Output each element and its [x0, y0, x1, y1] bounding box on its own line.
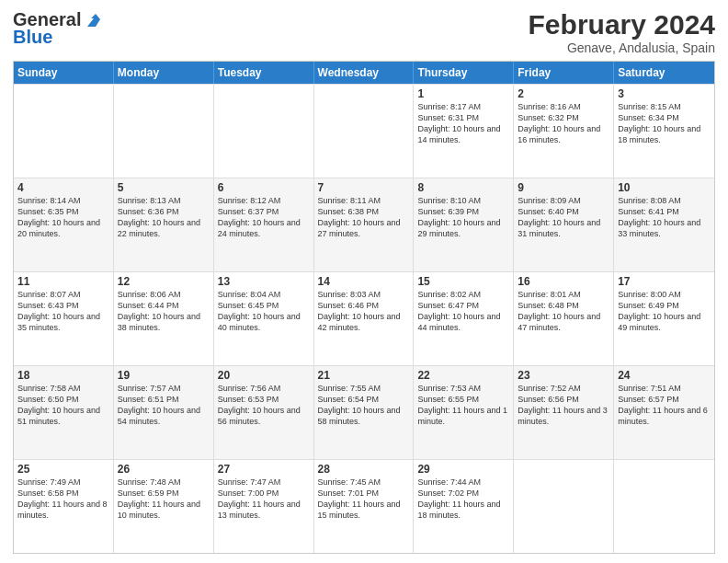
day-number: 6 [218, 181, 310, 194]
day-number: 15 [417, 275, 509, 288]
calendar-cell: 22Sunrise: 7:53 AM Sunset: 6:55 PM Dayli… [414, 366, 514, 459]
calendar-cell: 2Sunrise: 8:16 AM Sunset: 6:32 PM Daylig… [514, 85, 614, 178]
cell-info: Sunrise: 8:09 AM Sunset: 6:40 PM Dayligh… [518, 195, 609, 240]
cell-info: Sunrise: 8:17 AM Sunset: 6:31 PM Dayligh… [417, 101, 509, 146]
day-number: 13 [218, 275, 310, 288]
calendar-header-cell: Sunday [14, 62, 114, 84]
calendar-cell [114, 85, 214, 178]
day-number: 23 [518, 369, 609, 382]
logo-blue: Blue [13, 27, 52, 48]
calendar-cell: 15Sunrise: 8:02 AM Sunset: 6:47 PM Dayli… [414, 272, 514, 365]
day-number: 9 [518, 181, 609, 194]
calendar-cell: 25Sunrise: 7:49 AM Sunset: 6:58 PM Dayli… [14, 460, 114, 553]
day-number: 21 [318, 369, 410, 382]
calendar-header-cell: Saturday [614, 62, 714, 84]
cell-info: Sunrise: 8:04 AM Sunset: 6:45 PM Dayligh… [218, 289, 310, 334]
calendar-cell: 8Sunrise: 8:10 AM Sunset: 6:39 PM Daylig… [414, 178, 514, 271]
calendar-cell: 12Sunrise: 8:06 AM Sunset: 6:44 PM Dayli… [114, 272, 214, 365]
day-number: 16 [518, 275, 609, 288]
title-area: February 2024 Genave, Andalusia, Spain [529, 9, 715, 55]
calendar-cell: 21Sunrise: 7:55 AM Sunset: 6:54 PM Dayli… [314, 366, 415, 459]
calendar-row: 25Sunrise: 7:49 AM Sunset: 6:58 PM Dayli… [14, 459, 714, 553]
day-number: 26 [118, 463, 210, 476]
cell-info: Sunrise: 8:10 AM Sunset: 6:39 PM Dayligh… [417, 195, 509, 240]
day-number: 18 [17, 369, 109, 382]
cell-info: Sunrise: 8:01 AM Sunset: 6:48 PM Dayligh… [518, 289, 609, 334]
day-number: 17 [618, 275, 711, 288]
calendar-cell: 27Sunrise: 7:47 AM Sunset: 7:00 PM Dayli… [214, 460, 314, 553]
cell-info: Sunrise: 8:11 AM Sunset: 6:38 PM Dayligh… [318, 195, 410, 240]
calendar-header-cell: Monday [114, 62, 214, 84]
day-number: 10 [618, 181, 711, 194]
calendar-cell: 10Sunrise: 8:08 AM Sunset: 6:41 PM Dayli… [614, 178, 714, 271]
calendar-row: 18Sunrise: 7:58 AM Sunset: 6:50 PM Dayli… [14, 365, 714, 459]
cell-info: Sunrise: 7:52 AM Sunset: 6:56 PM Dayligh… [518, 383, 609, 428]
calendar-cell [514, 460, 614, 553]
calendar-cell: 7Sunrise: 8:11 AM Sunset: 6:38 PM Daylig… [314, 178, 415, 271]
calendar-header: SundayMondayTuesdayWednesdayThursdayFrid… [14, 62, 714, 84]
logo: General Blue [13, 9, 103, 48]
cell-info: Sunrise: 8:13 AM Sunset: 6:36 PM Dayligh… [118, 195, 210, 240]
calendar-row: 1Sunrise: 8:17 AM Sunset: 6:31 PM Daylig… [14, 84, 714, 178]
calendar-cell: 20Sunrise: 7:56 AM Sunset: 6:53 PM Dayli… [214, 366, 314, 459]
cell-info: Sunrise: 8:08 AM Sunset: 6:41 PM Dayligh… [618, 195, 711, 240]
cell-info: Sunrise: 7:56 AM Sunset: 6:53 PM Dayligh… [218, 383, 310, 428]
day-number: 1 [417, 87, 509, 100]
calendar-cell: 18Sunrise: 7:58 AM Sunset: 6:50 PM Dayli… [14, 366, 114, 459]
calendar-row: 4Sunrise: 8:14 AM Sunset: 6:35 PM Daylig… [14, 178, 714, 271]
calendar-cell: 26Sunrise: 7:48 AM Sunset: 6:59 PM Dayli… [114, 460, 214, 553]
calendar: SundayMondayTuesdayWednesdayThursdayFrid… [13, 61, 715, 554]
page: General Blue February 2024 Genave, Andal… [0, 0, 728, 563]
cell-info: Sunrise: 8:00 AM Sunset: 6:49 PM Dayligh… [618, 289, 711, 334]
cell-info: Sunrise: 7:55 AM Sunset: 6:54 PM Dayligh… [318, 383, 410, 428]
calendar-header-cell: Wednesday [314, 62, 415, 84]
header: General Blue February 2024 Genave, Andal… [13, 9, 715, 55]
cell-info: Sunrise: 7:48 AM Sunset: 6:59 PM Dayligh… [118, 477, 210, 522]
subtitle: Genave, Andalusia, Spain [529, 40, 715, 55]
cell-info: Sunrise: 8:06 AM Sunset: 6:44 PM Dayligh… [118, 289, 210, 334]
day-number: 2 [518, 87, 609, 100]
cell-info: Sunrise: 7:44 AM Sunset: 7:02 PM Dayligh… [417, 477, 509, 522]
cell-info: Sunrise: 7:58 AM Sunset: 6:50 PM Dayligh… [17, 383, 109, 428]
cell-info: Sunrise: 8:12 AM Sunset: 6:37 PM Dayligh… [218, 195, 310, 240]
day-number: 29 [417, 463, 509, 476]
cell-info: Sunrise: 7:47 AM Sunset: 7:00 PM Dayligh… [218, 477, 310, 522]
calendar-cell: 13Sunrise: 8:04 AM Sunset: 6:45 PM Dayli… [214, 272, 314, 365]
cell-info: Sunrise: 7:57 AM Sunset: 6:51 PM Dayligh… [118, 383, 210, 428]
cell-info: Sunrise: 7:53 AM Sunset: 6:55 PM Dayligh… [417, 383, 509, 428]
calendar-cell [614, 460, 714, 553]
calendar-cell [214, 85, 314, 178]
day-number: 19 [118, 369, 210, 382]
calendar-cell [314, 85, 415, 178]
calendar-body: 1Sunrise: 8:17 AM Sunset: 6:31 PM Daylig… [14, 84, 714, 553]
calendar-cell: 1Sunrise: 8:17 AM Sunset: 6:31 PM Daylig… [414, 85, 514, 178]
calendar-cell: 16Sunrise: 8:01 AM Sunset: 6:48 PM Dayli… [514, 272, 614, 365]
day-number: 25 [17, 463, 109, 476]
calendar-header-cell: Thursday [414, 62, 514, 84]
calendar-cell: 3Sunrise: 8:15 AM Sunset: 6:34 PM Daylig… [614, 85, 714, 178]
day-number: 4 [17, 181, 109, 194]
calendar-cell: 11Sunrise: 8:07 AM Sunset: 6:43 PM Dayli… [14, 272, 114, 365]
calendar-cell: 14Sunrise: 8:03 AM Sunset: 6:46 PM Dayli… [314, 272, 415, 365]
calendar-header-cell: Tuesday [214, 62, 314, 84]
calendar-cell: 4Sunrise: 8:14 AM Sunset: 6:35 PM Daylig… [14, 178, 114, 271]
calendar-cell: 23Sunrise: 7:52 AM Sunset: 6:56 PM Dayli… [514, 366, 614, 459]
day-number: 28 [318, 463, 410, 476]
calendar-cell: 24Sunrise: 7:51 AM Sunset: 6:57 PM Dayli… [614, 366, 714, 459]
cell-info: Sunrise: 7:45 AM Sunset: 7:01 PM Dayligh… [318, 477, 410, 522]
day-number: 24 [618, 369, 711, 382]
day-number: 11 [17, 275, 109, 288]
cell-info: Sunrise: 8:15 AM Sunset: 6:34 PM Dayligh… [618, 101, 711, 146]
calendar-row: 11Sunrise: 8:07 AM Sunset: 6:43 PM Dayli… [14, 271, 714, 365]
cell-info: Sunrise: 8:02 AM Sunset: 6:47 PM Dayligh… [417, 289, 509, 334]
cell-info: Sunrise: 7:51 AM Sunset: 6:57 PM Dayligh… [618, 383, 711, 428]
day-number: 27 [218, 463, 310, 476]
svg-marker-0 [87, 14, 100, 27]
day-number: 7 [318, 181, 410, 194]
calendar-cell: 17Sunrise: 8:00 AM Sunset: 6:49 PM Dayli… [614, 272, 714, 365]
calendar-header-cell: Friday [514, 62, 614, 84]
day-number: 22 [417, 369, 509, 382]
calendar-cell [14, 85, 114, 178]
month-year: February 2024 [529, 9, 715, 40]
calendar-cell: 9Sunrise: 8:09 AM Sunset: 6:40 PM Daylig… [514, 178, 614, 271]
